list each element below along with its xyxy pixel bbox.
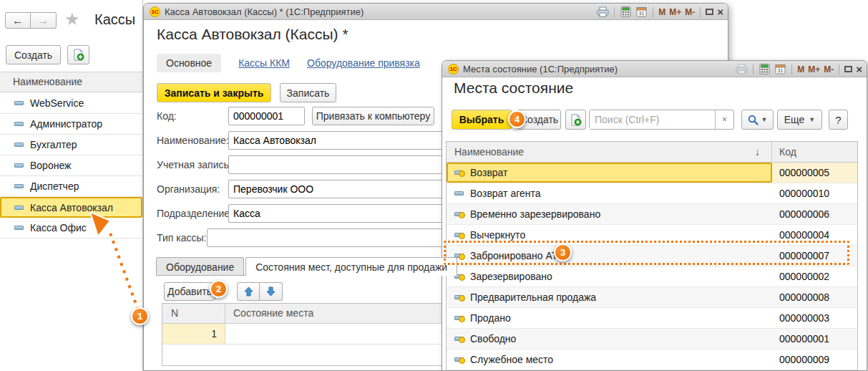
table-row[interactable]: Свободно 000000001 (447, 329, 857, 350)
print-icon[interactable] (736, 64, 748, 74)
screen: ← → ★ Кассы Создать Наименование WebServ… (0, 0, 868, 371)
column-name[interactable]: Наименование ↓ (447, 142, 772, 162)
tab-oborudovanie-privyazka[interactable]: Оборудование привязка (307, 57, 420, 69)
tab-oborudovanie[interactable]: Оборудование (156, 257, 244, 276)
kassy-list-panel: ← → ★ Кассы Создать Наименование WebServ… (0, 0, 143, 371)
kassy-list: WebService Администратор Бухгалтер Ворон… (0, 93, 142, 238)
calendar-icon[interactable]: 31 (774, 64, 786, 74)
table-header: Наименование ↓ Код (447, 142, 857, 163)
calculator-icon[interactable] (620, 6, 632, 17)
table-row[interactable]: Временно зарезервировано 000000006 (447, 204, 857, 225)
separator (653, 7, 653, 17)
search-options-button[interactable]: ▼ (741, 110, 774, 130)
column-code[interactable]: Код (772, 142, 857, 162)
table-row[interactable]: Зарезервировано 000000002 (447, 266, 857, 287)
list-item[interactable]: WebService (0, 93, 142, 114)
table-row-annotated[interactable]: Забронировано АТП 000000007 (447, 246, 857, 266)
1c-logo-icon: 1С (150, 6, 160, 17)
print-icon[interactable] (597, 6, 609, 17)
save-button[interactable]: Записать (280, 83, 336, 102)
catalog-item-icon (14, 226, 24, 230)
bind-to-computer-button[interactable]: Привязать к компьютеру (312, 107, 434, 125)
arrow-up-icon (244, 286, 253, 297)
close-button[interactable]: × (717, 6, 723, 17)
field-label-organizaciya: Организация: (157, 180, 220, 198)
catalog-item-icon (454, 191, 464, 196)
field-label-podrazdelenie: Подразделение: (157, 204, 233, 223)
more-button[interactable]: Еще ▼ (777, 110, 822, 130)
back-button[interactable]: ← (5, 12, 31, 29)
table-row-selected[interactable]: Возврат 000000005 (447, 163, 857, 183)
grid-cell-n[interactable]: 1 (162, 324, 225, 344)
separator (700, 7, 701, 17)
grid-tabs: Оборудование Состояния мест, доступные д… (156, 257, 459, 276)
save-and-close-button[interactable]: Записать и закрыть (157, 83, 271, 102)
tab-kassy-kkm[interactable]: Кассы ККМ (238, 57, 290, 69)
new-document-icon-button[interactable] (67, 45, 89, 64)
maximize-button[interactable] (706, 9, 713, 15)
annotation-badge-3: 3 (554, 244, 572, 261)
table-row[interactable]: Вычеркнуто 000000004 (447, 225, 857, 246)
predefined-item-icon (454, 357, 464, 362)
maximize-button[interactable] (844, 66, 852, 72)
kassa-window-titlebar[interactable]: 1С Касса Автовокзал (Кассы) * (1С:Предпр… (144, 4, 728, 20)
field-label-uchetnaya-zapis: Учетная запись: (157, 155, 232, 174)
create-button[interactable]: Создать (6, 45, 61, 64)
list-item[interactable]: Бухгалтер (0, 135, 142, 155)
page-title: Кассы (94, 11, 135, 28)
calendar-icon[interactable]: 31 (635, 6, 648, 17)
table-row[interactable]: Продано 000000003 (447, 308, 857, 329)
mesta-window-titlebar[interactable]: 1С Места состояние (1С:Предприятие) 31 M… (442, 61, 867, 77)
move-down-button[interactable] (260, 282, 283, 301)
arrow-down-icon (266, 286, 275, 297)
table-row[interactable]: Служебное место 000000009 (447, 350, 857, 370)
forward-button[interactable]: → (31, 12, 57, 29)
list-item-selected[interactable]: Касса Автовокзал (0, 197, 142, 218)
window-title: Касса Автовокзал (Кассы) * (1С:Предприят… (165, 6, 364, 17)
list-item[interactable]: Воронеж (0, 155, 142, 176)
memory-m-button[interactable]: M (797, 64, 804, 74)
memory-m-minus-button[interactable]: M- (824, 64, 834, 74)
table-row[interactable]: Возврат агента 000000010 (447, 183, 857, 204)
new-document-icon-button[interactable] (565, 110, 586, 130)
form-nav-tabs: Основное Кассы ККМ Оборудование привязка (157, 54, 420, 72)
form-title: Места состояние (454, 80, 573, 97)
memory-m-plus-button[interactable]: M+ (808, 64, 820, 74)
memory-m-button[interactable]: M (658, 7, 665, 17)
memory-m-plus-button[interactable]: M+ (669, 7, 681, 17)
window-title: Места состояние (1С:Предприятие) (463, 64, 618, 74)
catalog-item-icon (14, 184, 24, 188)
favorite-star-icon[interactable]: ★ (64, 9, 80, 29)
magnifier-icon (748, 115, 759, 125)
move-up-button[interactable] (237, 282, 260, 301)
select-button[interactable]: Выбрать (452, 110, 512, 130)
history-nav: ← → (5, 12, 57, 29)
memory-m-minus-button[interactable]: M- (685, 7, 695, 17)
help-button[interactable]: ? (829, 110, 848, 130)
new-document-icon (570, 114, 582, 126)
calculator-icon[interactable] (759, 64, 771, 74)
add-row-button[interactable]: Добавить (164, 282, 215, 301)
grid-col-n[interactable]: N (162, 304, 225, 323)
list-item[interactable]: Администратор (0, 114, 142, 135)
sort-desc-icon: ↓ (755, 142, 760, 162)
catalog-item-icon (14, 163, 24, 168)
list-header-name[interactable]: Наименование (0, 72, 142, 92)
clear-search-icon[interactable]: × (715, 110, 733, 129)
1c-logo-icon: 1С (448, 64, 459, 74)
tab-osnovnoe[interactable]: Основное (157, 54, 221, 72)
search-input[interactable] (590, 110, 715, 129)
table-row[interactable]: Предварительная продажа 000000008 (447, 287, 857, 308)
form-title: Касса Автовокзал (Кассы) * (157, 26, 348, 43)
svg-text:31: 31 (778, 68, 784, 73)
list-item[interactable]: Диспетчер (0, 176, 142, 197)
field-label-kod: Код: (157, 107, 177, 125)
list-item[interactable]: Касса Офис (0, 218, 142, 238)
chevron-down-icon: ▼ (761, 116, 768, 123)
predefined-item-icon (454, 170, 464, 175)
close-button[interactable]: × (856, 64, 862, 74)
predefined-item-icon (454, 233, 464, 237)
kod-input[interactable] (228, 107, 305, 125)
separator (753, 64, 754, 74)
tab-sostoyaniya-mest[interactable]: Состояния мест, доступные для продажи (245, 257, 457, 276)
